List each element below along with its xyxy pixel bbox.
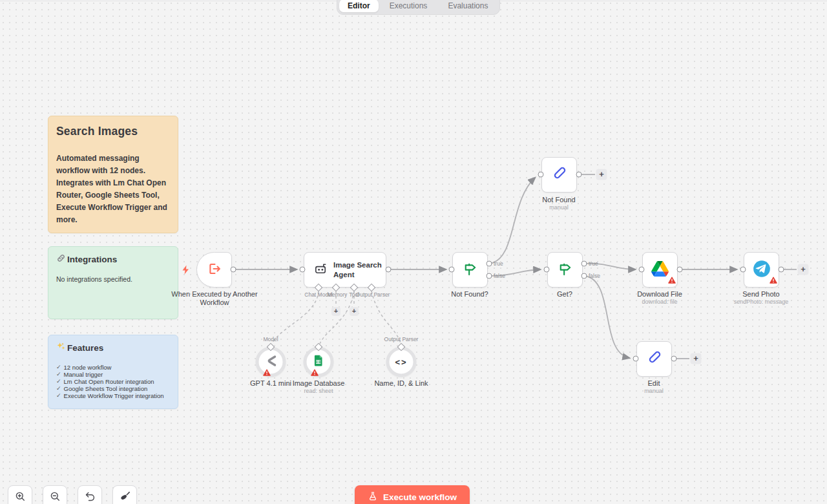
add-node-button[interactable]: + [596,169,607,180]
node-subtitle: manual [644,388,664,394]
input-port[interactable] [639,267,645,273]
add-node-button[interactable]: + [798,264,809,275]
node-label: When Executed by Another Workflow [166,290,263,306]
sticky-title: Integrations [56,253,170,265]
node-subtitle: download: file [642,299,677,305]
node-get-if[interactable] [547,252,583,288]
tidy-up-button[interactable] [112,485,137,504]
sparkles-icon [56,342,66,353]
check-icon: ✓ [56,371,61,378]
node-image-search-agent[interactable]: Image Search Agent [304,252,386,288]
tab-evaluations[interactable]: Evaluations [438,0,497,12]
output-port[interactable] [576,172,582,178]
sticky-note-search-images[interactable]: Search Images Automated messaging workfl… [48,116,178,233]
output-port-false[interactable] [487,273,492,279]
view-tabbar: Editor Executions Evaluations [337,0,500,15]
node-label: Send Photo [713,290,810,299]
node-not-found-set[interactable] [541,157,577,193]
output-label-true: true [589,260,598,267]
sticky-body: Automated messaging workflow with 12 nod… [56,152,170,226]
sticky-title: Features [56,342,170,353]
output-label-false: false [494,273,505,279]
input-port[interactable] [544,267,550,273]
code-icon: <> [395,357,407,367]
output-label-true: true [494,260,503,267]
sticky-body: No integrations specified. [56,275,170,283]
features-list: ✓12 node workflow ✓Manual trigger ✓Lm Ch… [56,364,170,399]
node-not-found-if[interactable] [452,252,488,288]
broom-icon [119,490,131,504]
subnode-port-label-model: Model [263,336,278,342]
input-port[interactable] [740,267,746,273]
signpost-icon [556,260,574,280]
input-port[interactable] [300,267,306,273]
output-port[interactable] [677,267,683,273]
sticky-title: Search Images [56,125,170,138]
node-label: Download File [611,290,708,299]
subnode-name-id-link[interactable]: <> [386,347,417,377]
feature-item: ✓Execute Workflow Trigger integration [56,392,170,399]
zoom-in-button[interactable] [8,485,32,504]
input-port[interactable] [633,356,639,362]
node-label: Name, ID, & Link [353,379,450,388]
output-port[interactable] [386,267,392,273]
google-drive-icon [651,261,669,279]
feature-item: ✓Lm Chat Open Router integration [56,378,170,385]
pencil-icon [645,349,663,369]
feature-item: ✓12 node workflow [56,364,170,371]
zoom-out-button[interactable] [43,485,67,504]
subnode-gpt-41-mini[interactable] [256,347,286,377]
agent-port-label-memory: Memory [328,291,348,298]
undo-icon [84,490,96,504]
check-icon: ✓ [56,378,61,385]
warning-icon [311,367,319,379]
robot-icon [313,261,328,278]
output-port-true[interactable] [487,261,492,267]
flask-icon [368,491,378,503]
add-node-button[interactable]: + [691,353,702,364]
execute-workflow-label: Execute workflow [383,492,457,502]
warning-icon [769,275,777,286]
trigger-lightning-icon [182,265,190,277]
output-port[interactable] [231,267,236,273]
output-port-true[interactable] [581,261,587,267]
node-label: Not Found [510,196,607,204]
warning-icon [668,275,676,286]
execute-workflow-button[interactable]: Execute workflow [355,485,470,504]
check-icon: ✓ [56,385,61,392]
output-port-false[interactable] [581,273,587,279]
node-label: Edit [605,379,702,388]
check-icon: ✓ [56,364,61,371]
execute-workflow-trigger-icon [207,261,222,279]
feature-item: ✓Google Sheets Tool integration [56,385,170,392]
zoom-in-icon [14,490,26,504]
node-edit[interactable] [636,341,672,377]
warning-icon [263,367,271,379]
output-port[interactable] [779,267,784,273]
subnode-port-label-output-parser: Output Parser [384,336,419,342]
pencil-icon [550,165,568,185]
add-tool-button[interactable]: + [350,307,359,316]
agent-port-label-output-parser: Output Parser [356,291,390,298]
input-port[interactable] [449,267,455,273]
node-subtitle: read: sheet [304,388,333,394]
tab-editor[interactable]: Editor [339,0,379,12]
output-label-false: false [589,273,600,279]
input-port[interactable] [538,172,544,178]
check-icon: ✓ [56,392,61,399]
zoom-out-icon [49,490,61,504]
add-memory-button[interactable]: + [331,307,340,316]
signpost-icon [461,260,479,280]
tab-executions[interactable]: Executions [380,0,437,12]
telegram-icon [753,260,771,280]
node-label: Not Found? [421,290,518,299]
feature-item: ✓Manual trigger [56,371,170,378]
node-when-executed-by-another-workflow[interactable] [196,252,232,288]
node-subtitle: manual [549,204,569,211]
output-port[interactable] [671,356,677,362]
subnode-image-database[interactable] [304,347,334,377]
sticky-note-features[interactable]: Features ✓12 node workflow ✓Manual trigg… [48,335,178,409]
sticky-note-integrations[interactable]: Integrations No integrations specified. [48,246,178,319]
reset-zoom-button[interactable] [78,485,102,504]
node-title: Image Search Agent [333,260,386,280]
